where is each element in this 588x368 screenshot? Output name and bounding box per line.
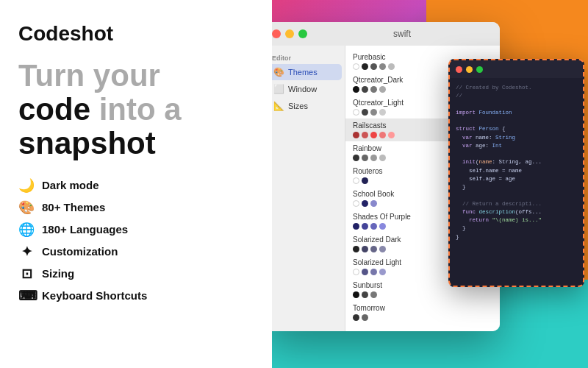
code-comment3: // Return a descripti... <box>456 200 577 208</box>
languages-icon: 🌐 <box>18 222 35 238</box>
dot <box>353 63 359 70</box>
code-body: // Created by Codeshot. // import Founda… <box>450 78 583 247</box>
dot <box>379 246 386 252</box>
code-blank <box>456 101 577 109</box>
code-blank2 <box>456 117 577 125</box>
window-title: swift <box>393 29 411 39</box>
feature-customization: ✦ Customization <box>18 244 254 260</box>
code-close1: } <box>456 183 577 191</box>
code-tl-green <box>476 66 483 73</box>
headline-snapshot: snapshot <box>18 126 156 160</box>
dot <box>353 132 359 138</box>
dot <box>353 109 359 116</box>
sidebar-sizes-label: Sizes <box>288 102 308 110</box>
code-title-bar <box>450 60 583 78</box>
dot <box>362 269 368 275</box>
sizing-icon: ⊡ <box>18 266 35 282</box>
dot <box>370 86 377 93</box>
sizes-sidebar-icon: 📐 <box>273 101 284 111</box>
dot <box>370 132 377 138</box>
dot <box>353 86 359 93</box>
traffic-light-yellow[interactable] <box>285 29 294 38</box>
dot <box>370 200 377 207</box>
dot <box>362 109 368 116</box>
code-return: return "\(name) is..." <box>456 216 577 224</box>
dot <box>370 109 377 116</box>
headline: Turn your code into a snapshot <box>18 59 254 161</box>
dot <box>370 155 377 161</box>
dot <box>353 291 359 298</box>
dot <box>362 246 368 252</box>
traffic-light-green[interactable] <box>298 29 307 38</box>
sidebar: Editor 🎨 Themes ⬜ Window 📐 Sizes <box>265 46 345 331</box>
code-blank3 <box>456 150 577 158</box>
feature-themes-label: 80+ Themes <box>42 201 105 213</box>
code-self-age: self.age = age <box>456 175 577 183</box>
sidebar-item-window[interactable]: ⬜ Window <box>268 81 342 97</box>
code-self-name: self.name = name <box>456 167 577 175</box>
dot <box>370 246 377 252</box>
dot <box>353 223 359 230</box>
code-struct: struct Person { <box>456 125 577 133</box>
dot <box>362 200 368 207</box>
code-panel: // Created by Codeshot. // import Founda… <box>448 59 584 287</box>
dot <box>362 132 368 138</box>
feature-themes: 🎨 80+ Themes <box>18 199 254 216</box>
code-init: init(name: String, ag... <box>456 158 577 166</box>
dot <box>362 155 368 161</box>
code-blank4 <box>456 191 577 199</box>
theme-tomorrow[interactable]: Tomorrow <box>345 301 500 324</box>
code-close3: } <box>456 233 577 241</box>
code-var-name: var name: String <box>456 134 577 142</box>
window-sidebar-icon: ⬜ <box>273 84 284 94</box>
sidebar-item-themes[interactable]: 🎨 Themes <box>268 64 342 80</box>
dot <box>353 200 359 207</box>
dot <box>353 177 359 184</box>
keyboard-icon: ⌨ <box>18 288 35 304</box>
dot <box>353 314 359 321</box>
dark-mode-icon: 🌙 <box>18 177 35 194</box>
sidebar-themes-label: Themes <box>288 68 318 77</box>
sidebar-window-label: Window <box>288 85 317 93</box>
traffic-light-red[interactable] <box>272 29 281 38</box>
dot <box>370 291 377 298</box>
code-func: func description(offs... <box>456 208 577 216</box>
headline-into: into a <box>90 92 182 127</box>
right-panel: swift Editor 🎨 Themes ⬜ Window 📐 Sizes <box>250 0 588 368</box>
dot <box>353 155 359 161</box>
code-comment2: // <box>456 92 577 100</box>
dot <box>362 223 368 230</box>
themes-sidebar-icon: 🎨 <box>273 67 284 77</box>
dot <box>379 155 386 161</box>
feature-keyboard: ⌨ Keyboard Shortcuts <box>18 288 254 304</box>
dot <box>362 314 368 321</box>
features-list: 🌙 Dark mode 🎨 80+ Themes 🌐 180+ Language… <box>18 177 254 304</box>
customization-icon: ✦ <box>18 244 35 260</box>
left-panel: Codeshot Turn your code into a snapshot … <box>0 0 272 368</box>
headline-code-word: code <box>18 92 90 127</box>
dot <box>379 109 386 116</box>
code-tl-red <box>456 66 462 73</box>
feature-dark-mode-label: Dark mode <box>42 179 99 191</box>
feature-sizing-label: Sizing <box>42 267 74 280</box>
feature-languages-label: 180+ Languages <box>42 223 128 236</box>
code-var-age: var age: Int <box>456 142 577 150</box>
dot <box>362 291 368 298</box>
dot <box>353 246 359 252</box>
code-close2: } <box>456 224 577 233</box>
sidebar-item-sizes[interactable]: 📐 Sizes <box>268 98 342 114</box>
feature-languages: 🌐 180+ Languages <box>18 222 254 238</box>
dot <box>362 63 368 70</box>
dot <box>379 269 386 275</box>
feature-keyboard-label: Keyboard Shortcuts <box>42 289 147 302</box>
dot <box>379 132 386 138</box>
dot <box>379 86 386 93</box>
dot <box>370 223 377 230</box>
headline-line1: Turn your <box>18 58 160 93</box>
dot <box>362 177 368 184</box>
dot <box>379 63 386 70</box>
title-bar: swift <box>265 22 500 46</box>
feature-sizing: ⊡ Sizing <box>18 266 254 282</box>
feature-dark-mode: 🌙 Dark mode <box>18 177 254 194</box>
dot <box>370 63 377 70</box>
